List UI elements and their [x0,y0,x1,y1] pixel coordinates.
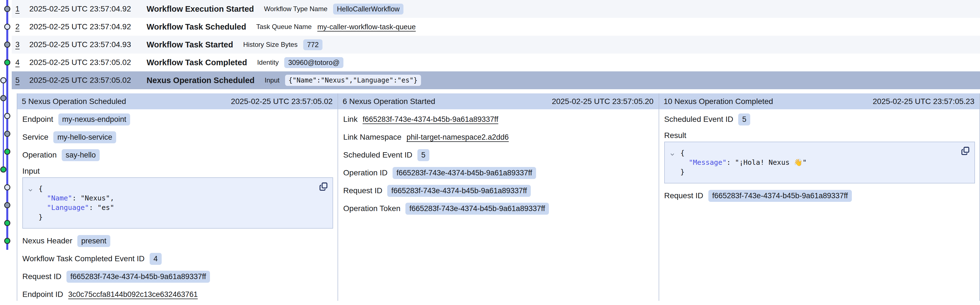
field-value-badge: 4 [150,253,162,265]
detail-field: Scheduled Event ID5 [664,113,975,125]
event-row[interactable]: 1 2025-02-25 UTC 23:57:04.92 Workflow Ex… [12,0,980,18]
event-attr-label: History Size Bytes [243,41,298,49]
panel-body: Scheduled Event ID5Result{ "Message": "¡… [659,109,980,207]
field-value-link[interactable]: 3c0c75ccfa8144b092c13ce632463761 [68,290,198,299]
event-id-link[interactable]: 2 [15,22,29,31]
json-code-block: { "Message": "¡Hola! Nexus 👋" } [664,142,975,183]
copy-button[interactable] [319,182,328,193]
detail-field: Scheduled Event ID5 [343,149,654,161]
chevron-down-icon [669,152,675,158]
event-time: 2025-02-25 UTC 23:57:04.93 [29,40,146,49]
timeline-dot-7-light [5,114,10,119]
event-id-link[interactable]: 1 [15,5,29,13]
collapse-toggle[interactable] [27,186,33,196]
event-row[interactable]: 4 2025-02-25 UTC 23:57:05.02 Workflow Ta… [12,54,980,71]
panel-body: Linkf665283f-743e-4374-b45b-9a61a89337ff… [338,109,659,220]
field-label: Service [22,133,48,142]
field-label: Request ID [664,191,703,200]
event-attr-label: Input [265,76,280,84]
field-label: Operation [22,150,57,160]
copy-icon [319,182,328,192]
timeline-dot-13-green [5,221,10,226]
field-value-badge: f665283f-743e-4374-b45b-9a61a89337ff [393,167,536,179]
field-value-badge: f665283f-743e-4374-b45b-9a61a89337ff [387,185,531,197]
field-label: Operation Token [343,204,400,213]
field-label: Workflow Task Completed Event ID [22,254,145,263]
event-time: 2025-02-25 UTC 23:57:05.02 [29,76,146,85]
event-time: 2025-02-25 UTC 23:57:05.02 [29,58,146,67]
event-attr-label: Workflow Type Name [264,5,328,13]
timeline-dot-4-green [5,60,10,65]
detail-field: Nexus Headerpresent [22,235,333,247]
timeline-dot-2-light [5,24,10,30]
detail-field: Operationsay-hello [22,149,333,161]
event-detail-panels: 5 Nexus Operation Scheduled 2025-02-25 U… [17,93,980,301]
field-label: Request ID [22,272,61,281]
field-value-badge: f665283f-743e-4374-b45b-9a61a89337ff [406,203,549,215]
panel-title: 5 Nexus Operation Scheduled [22,97,126,106]
timeline-dot-12-gray [5,203,10,208]
field-value-badge: f665283f-743e-4374-b45b-9a61a89337ff [67,271,210,283]
panel-title: 6 Nexus Operation Started [342,97,435,106]
event-id-link[interactable]: 4 [15,58,29,67]
field-label: Endpoint [22,115,53,124]
event-attr-label: Identity [257,58,278,66]
panel-header: 10 Nexus Operation Completed 2025-02-25 … [659,93,980,109]
event-row[interactable]: 3 2025-02-25 UTC 23:57:04.93 Workflow Ta… [12,36,980,54]
field-label: Result [664,131,686,140]
event-row[interactable]: 2 2025-02-25 UTC 23:57:04.92 Workflow Ta… [12,18,980,36]
event-attr-value: 772 [303,39,323,50]
panel-timestamp: 2025-02-25 UTC 23:57:05.23 [873,97,974,106]
timeline-dot-3-gray [5,42,10,47]
field-value-link[interactable]: phil-target-namespace2.a2dd6 [407,133,509,142]
event-detail-panel: 10 Nexus Operation Completed 2025-02-25 … [659,93,980,301]
collapse-toggle[interactable] [669,150,675,160]
field-value-badge: my-hello-service [53,131,116,143]
event-name: Workflow Task Completed [146,58,247,67]
event-attr-value: 30960@totoro@ [284,57,344,68]
event-time: 2025-02-25 UTC 23:57:04.92 [29,5,146,13]
detail-field: Request IDf665283f-743e-4374-b45b-9a61a8… [664,190,975,202]
field-value-badge: my-nexus-endpoint [58,114,130,125]
event-history-list: 1 2025-02-25 UTC 23:57:04.92 Workflow Ex… [12,0,980,89]
field-label: Link [343,115,357,124]
timeline-dot-11-light [5,185,10,190]
copy-icon [961,146,970,156]
field-value-badge: present [77,235,110,247]
field-label: Input [22,167,40,175]
event-name: Workflow Execution Started [146,5,254,14]
timeline-dot-8-gray [5,131,10,137]
field-value-badge: f665283f-743e-4374-b45b-9a61a89337ff [708,190,852,202]
event-attr-value: {"Name":"Nexus","Language":"es"} [285,75,421,86]
timeline-dot-10-green [1,167,6,172]
event-name: Workflow Task Started [146,40,233,49]
panel-timestamp: 2025-02-25 UTC 23:57:05.20 [552,97,653,106]
copy-button[interactable] [961,146,970,157]
field-label: Nexus Header [22,236,72,245]
event-id-link[interactable]: 5 [15,76,29,85]
json-code-block: { "Name": "Nexus", "Language": "es" } [22,177,333,229]
detail-field: Workflow Task Completed Event ID4 [22,253,333,265]
field-value-badge: 5 [417,149,430,161]
workflow-timeline [0,0,12,305]
chevron-down-icon [27,187,33,193]
event-row[interactable]: 5 2025-02-25 UTC 23:57:05.02 Nexus Opera… [12,71,980,89]
event-id-link[interactable]: 3 [15,40,29,49]
field-value-link[interactable]: f665283f-743e-4374-b45b-9a61a89337ff [363,115,498,124]
panel-title: 10 Nexus Operation Completed [663,97,773,106]
timeline-dot-14-green [5,239,10,244]
panel-timestamp: 2025-02-25 UTC 23:57:05.02 [231,97,332,106]
event-detail-panel: 5 Nexus Operation Scheduled 2025-02-25 U… [17,93,337,301]
timeline-dot-9-green [5,149,10,155]
panel-body: Endpointmy-nexus-endpointServicemy-hello… [18,109,337,301]
detail-field: Linkf665283f-743e-4374-b45b-9a61a89337ff [343,113,654,125]
json-content: { "Message": "¡Hola! Nexus 👋" } [681,148,969,177]
event-attr-value: HelloCallerWorkflow [333,4,404,14]
event-time: 2025-02-25 UTC 23:57:04.92 [29,22,146,31]
field-value-badge: say-hello [62,149,100,161]
event-attr-value-link[interactable]: my-caller-workflow-task-queue [317,22,416,31]
timeline-dot-1-gray [5,6,10,12]
detail-field: Request IDf665283f-743e-4374-b45b-9a61a8… [22,270,333,283]
event-name: Nexus Operation Scheduled [146,76,255,85]
panel-header: 6 Nexus Operation Started 2025-02-25 UTC… [338,93,659,109]
